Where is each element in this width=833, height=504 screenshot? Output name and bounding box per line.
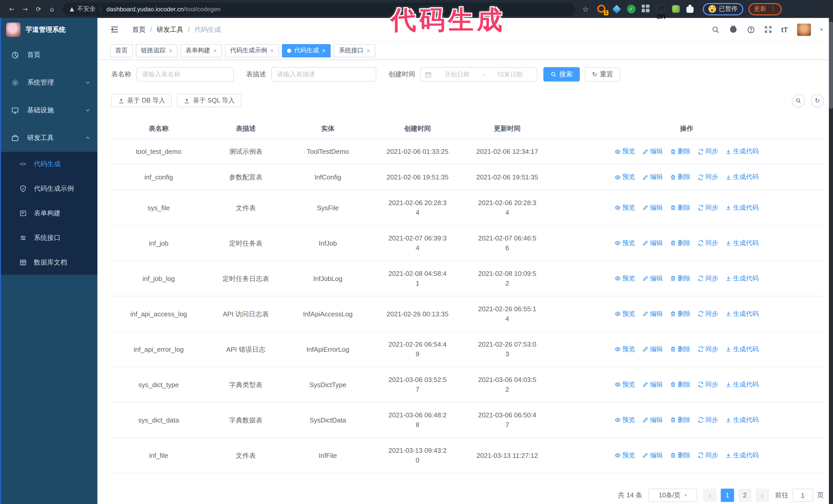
action-sync[interactable]: 同步 [698, 203, 718, 213]
close-icon[interactable]: × [213, 47, 217, 54]
sidebar-item-system[interactable]: 系统管理 [0, 69, 97, 96]
action-delete[interactable]: 删除 [670, 415, 690, 425]
tab-form-builder[interactable]: 表单构建× [181, 44, 222, 57]
next-page-button[interactable]: › [756, 488, 769, 502]
user-avatar[interactable] [797, 23, 811, 35]
extension-icon-4[interactable] [642, 4, 651, 14]
action-edit[interactable]: 编辑 [642, 203, 663, 213]
action-delete[interactable]: 删除 [670, 450, 690, 460]
action-generate[interactable]: 生成代码 [725, 415, 759, 425]
action-preview[interactable]: 预览 [615, 344, 635, 354]
extension-icon-2[interactable] [612, 4, 621, 14]
page-size-select[interactable]: 10条/页 ▾ [648, 488, 697, 502]
hamburger-icon[interactable] [110, 25, 119, 34]
action-generate[interactable]: 生成代码 [725, 273, 759, 283]
breadcrumb-home[interactable]: 首页 [132, 25, 146, 34]
action-delete[interactable]: 删除 [670, 203, 690, 213]
font-size-icon[interactable]: tT [781, 25, 788, 33]
action-preview[interactable]: 预览 [615, 450, 635, 460]
action-sync[interactable]: 同步 [698, 344, 718, 354]
sidebar-item-infra[interactable]: 基础设施 [0, 96, 97, 124]
action-delete[interactable]: 删除 [670, 273, 690, 283]
browser-back-icon[interactable]: ← [5, 6, 19, 12]
profile-paused-pill[interactable]: 已暂停 [703, 3, 743, 15]
action-delete[interactable]: 删除 [670, 380, 690, 389]
reset-button[interactable]: ↻ 重置 [585, 67, 620, 81]
action-generate[interactable]: 生成代码 [725, 203, 759, 213]
browser-forward-icon[interactable]: → [19, 6, 32, 12]
search-button[interactable]: 搜索 [543, 67, 580, 81]
action-generate[interactable]: 生成代码 [725, 238, 759, 248]
action-delete[interactable]: 删除 [670, 344, 690, 354]
browser-scrollbar[interactable] [829, 0, 833, 504]
action-edit[interactable]: 编辑 [642, 344, 663, 354]
table-desc-input[interactable] [271, 67, 376, 81]
action-sync[interactable]: 同步 [698, 415, 718, 425]
extension-icon-1[interactable]: 1 [597, 4, 606, 14]
sidebar-item-home[interactable]: 首页 [0, 41, 97, 69]
action-edit[interactable]: 编辑 [642, 309, 663, 319]
sidebar-item-db-doc[interactable]: 数据库文档 [0, 250, 97, 275]
action-edit[interactable]: 编辑 [642, 172, 663, 182]
action-generate[interactable]: 生成代码 [725, 309, 759, 319]
scrollbar-thumb[interactable] [829, 22, 833, 109]
action-generate[interactable]: 生成代码 [725, 344, 759, 354]
tab-system-api[interactable]: 系统接口× [334, 44, 375, 57]
extension-icon-7[interactable] [686, 4, 695, 14]
action-delete[interactable]: 删除 [670, 147, 690, 157]
action-generate[interactable]: 生成代码 [725, 172, 759, 182]
breadcrumb-devtools[interactable]: 研发工具 [157, 25, 183, 34]
action-sync[interactable]: 同步 [698, 238, 718, 248]
action-sync[interactable]: 同步 [698, 309, 718, 319]
fullscreen-icon[interactable] [764, 26, 772, 33]
action-sync[interactable]: 同步 [698, 450, 718, 460]
browser-reload-icon[interactable]: ⟳ [32, 6, 45, 12]
search-icon[interactable] [712, 25, 720, 33]
toggle-search-button[interactable] [792, 94, 805, 107]
action-preview[interactable]: 预览 [615, 147, 635, 157]
extension-icon-5[interactable]: on [657, 4, 666, 14]
import-sql-button[interactable]: 基于 SQL 导入 [177, 94, 241, 107]
action-generate[interactable]: 生成代码 [725, 450, 759, 460]
chrome-update-button[interactable]: 更新 ⋮ [748, 3, 782, 15]
action-sync[interactable]: 同步 [698, 273, 718, 283]
tab-tracing[interactable]: 链路追踪× [136, 44, 177, 57]
close-icon[interactable]: × [366, 47, 370, 54]
sidebar-item-system-api[interactable]: 系统接口 [0, 225, 97, 250]
sidebar-item-codegen[interactable]: </> 代码生成 [0, 152, 97, 176]
page-button-1[interactable]: 1 [721, 488, 734, 502]
action-preview[interactable]: 预览 [615, 380, 635, 389]
action-edit[interactable]: 编辑 [642, 415, 663, 425]
refresh-table-button[interactable]: ↻ [811, 94, 824, 107]
sidebar-item-devtools[interactable]: 研发工具 [0, 124, 97, 152]
action-delete[interactable]: 删除 [670, 309, 690, 319]
action-generate[interactable]: 生成代码 [725, 380, 759, 389]
browser-home-icon[interactable]: ⌂ [45, 6, 58, 12]
tab-codegen[interactable]: 代码生成× [282, 44, 331, 57]
table-name-input[interactable] [136, 67, 234, 81]
action-delete[interactable]: 删除 [670, 238, 690, 248]
close-icon[interactable]: × [169, 47, 172, 54]
date-range-picker[interactable]: 开始日期 - 结束日期 [420, 67, 537, 81]
action-sync[interactable]: 同步 [698, 380, 718, 389]
goto-page-input[interactable] [792, 488, 813, 502]
bookmark-star-icon[interactable]: ☆ [582, 5, 589, 13]
close-icon[interactable]: × [270, 47, 274, 54]
action-preview[interactable]: 预览 [615, 309, 635, 319]
tab-home[interactable]: 首页 [110, 44, 133, 57]
action-preview[interactable]: 预览 [615, 203, 635, 213]
page-button-2[interactable]: 2 [738, 488, 752, 502]
app-logo[interactable]: 芋道管理系统 [0, 18, 97, 41]
extension-icon-3[interactable]: ✓ [627, 4, 636, 14]
close-icon[interactable]: × [322, 47, 326, 54]
action-edit[interactable]: 编辑 [642, 273, 663, 283]
action-preview[interactable]: 预览 [615, 238, 635, 248]
action-edit[interactable]: 编辑 [642, 380, 663, 389]
action-edit[interactable]: 编辑 [642, 450, 663, 460]
action-preview[interactable]: 预览 [615, 172, 635, 182]
action-preview[interactable]: 预览 [615, 415, 635, 425]
action-edit[interactable]: 编辑 [642, 147, 663, 157]
extension-icon-6[interactable] [671, 4, 681, 14]
action-sync[interactable]: 同步 [698, 172, 718, 182]
avatar-caret-icon[interactable]: ▾ [820, 27, 823, 32]
